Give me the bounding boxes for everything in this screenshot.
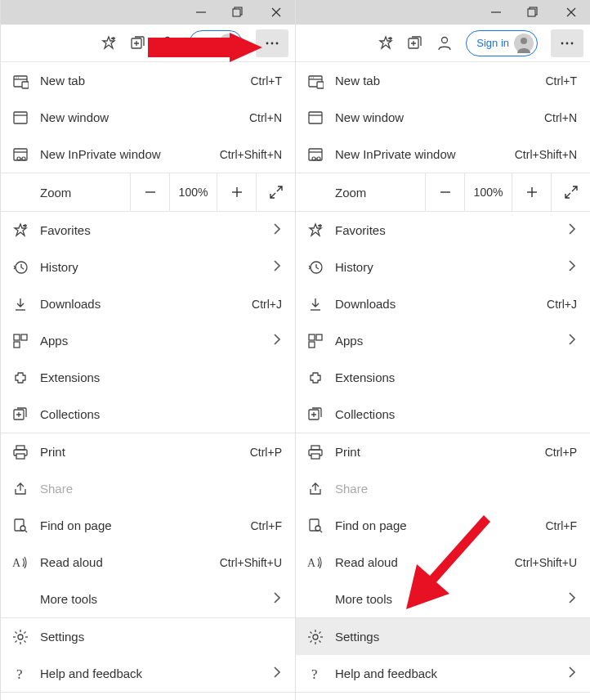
menu-more-tools[interactable]: More tools xyxy=(296,581,590,617)
close-window-button[interactable] xyxy=(552,0,590,25)
right-pane: Sign in New tab Ctrl+T New window Ctrl+N… xyxy=(295,0,590,700)
minimize-button[interactable] xyxy=(182,0,220,25)
menu-new-inprivate[interactable]: New InPrivate window Ctrl+Shift+N xyxy=(296,136,590,173)
menu-share: Share xyxy=(1,470,295,507)
extensions-icon xyxy=(307,370,324,386)
share-icon xyxy=(12,481,29,497)
menu-new-window[interactable]: New window Ctrl+N xyxy=(296,99,590,136)
menu-favorites[interactable]: Favorites xyxy=(1,212,295,249)
menu-find[interactable]: Find on page Ctrl+F xyxy=(1,507,295,544)
avatar xyxy=(219,34,239,53)
share-icon xyxy=(307,481,324,497)
signin-label: Sign in xyxy=(476,37,509,49)
chevron-right-icon xyxy=(564,590,577,608)
signin-button[interactable]: Sign in xyxy=(466,30,538,56)
menu-close-edge[interactable]: Close Microsoft Edge xyxy=(1,693,295,700)
menu-print[interactable]: Print Ctrl+P xyxy=(296,433,590,470)
print-icon xyxy=(12,444,29,460)
zoom-out-button[interactable] xyxy=(130,173,169,212)
extensions-icon xyxy=(12,370,29,386)
inprivate-icon xyxy=(307,146,324,163)
window-icon xyxy=(307,110,324,126)
menu-close-edge[interactable]: Close Microsoft Edge xyxy=(296,693,590,700)
menu-read-aloud[interactable]: Read aloud Ctrl+Shift+U xyxy=(1,544,295,581)
favorites-icon[interactable] xyxy=(101,35,117,52)
menu-collections[interactable]: Collections xyxy=(296,396,590,433)
zoom-label: Zoom xyxy=(296,186,425,200)
zoom-value: 100% xyxy=(464,173,512,212)
minimize-button[interactable] xyxy=(477,0,515,25)
menu-help[interactable]: Help and feedback xyxy=(1,655,295,692)
chevron-right-icon xyxy=(564,664,577,683)
fullscreen-button[interactable] xyxy=(256,173,295,212)
zoom-value: 100% xyxy=(169,173,217,212)
maximize-button[interactable] xyxy=(515,0,552,25)
toolbar: Sign in xyxy=(296,25,590,62)
find-icon xyxy=(307,518,324,534)
collections-icon[interactable] xyxy=(407,35,423,52)
collections-icon xyxy=(12,406,29,423)
menu-history[interactable]: History xyxy=(296,249,590,285)
collections-icon[interactable] xyxy=(130,35,146,52)
download-icon xyxy=(307,296,324,312)
window-icon xyxy=(12,110,29,126)
menu-favorites[interactable]: Favorites xyxy=(296,212,590,249)
menu-extensions[interactable]: Extensions xyxy=(1,359,295,396)
inprivate-icon xyxy=(12,146,29,163)
profile-icon[interactable] xyxy=(159,35,176,52)
more-button[interactable] xyxy=(256,29,288,57)
fullscreen-button[interactable] xyxy=(551,173,590,212)
menu-new-inprivate[interactable]: New InPrivate window Ctrl+Shift+N xyxy=(1,136,295,173)
zoom-row: Zoom 100% xyxy=(296,173,590,212)
signin-button[interactable] xyxy=(189,30,243,56)
find-icon xyxy=(12,518,29,534)
menu-help[interactable]: Help and feedback xyxy=(296,655,590,692)
new-tab-icon xyxy=(307,73,324,89)
zoom-in-button[interactable] xyxy=(512,173,551,212)
collections-icon xyxy=(307,406,324,423)
read-aloud-icon xyxy=(307,554,324,571)
chevron-right-icon xyxy=(269,590,282,608)
chevron-right-icon xyxy=(269,258,282,276)
gear-icon xyxy=(307,629,324,645)
zoom-out-button[interactable] xyxy=(425,173,464,212)
menu-collections[interactable]: Collections xyxy=(1,396,295,433)
menu-settings[interactable]: Settings xyxy=(296,618,590,655)
menu-new-window[interactable]: New window Ctrl+N xyxy=(1,99,295,136)
menu-print[interactable]: Print Ctrl+P xyxy=(1,433,295,470)
help-icon xyxy=(12,666,29,682)
menu-extensions[interactable]: Extensions xyxy=(296,359,590,396)
menu-read-aloud[interactable]: Read aloud Ctrl+Shift+U xyxy=(296,544,590,581)
favorites-icon[interactable] xyxy=(378,35,394,52)
menu-apps[interactable]: Apps xyxy=(1,322,295,359)
menu: New tab Ctrl+T New window Ctrl+N New InP… xyxy=(296,62,590,700)
chevron-right-icon xyxy=(269,664,282,683)
menu-new-tab[interactable]: New tab Ctrl+T xyxy=(1,62,295,99)
more-button[interactable] xyxy=(551,29,583,57)
gear-icon xyxy=(12,629,29,645)
toolbar xyxy=(1,25,295,62)
menu-settings[interactable]: Settings xyxy=(1,618,295,655)
title-bar xyxy=(1,0,295,25)
menu-downloads[interactable]: Downloads Ctrl+J xyxy=(1,285,295,322)
new-tab-icon xyxy=(12,73,29,89)
menu-downloads[interactable]: Downloads Ctrl+J xyxy=(296,285,590,322)
star-icon xyxy=(12,222,29,239)
menu-new-tab[interactable]: New tab Ctrl+T xyxy=(296,62,590,99)
menu: New tab Ctrl+T New window Ctrl+N New InP… xyxy=(1,62,295,700)
zoom-in-button[interactable] xyxy=(217,173,256,212)
menu-find[interactable]: Find on page Ctrl+F xyxy=(296,507,590,544)
menu-more-tools[interactable]: More tools xyxy=(1,581,295,617)
maximize-button[interactable] xyxy=(220,0,257,25)
close-window-button[interactable] xyxy=(257,0,295,25)
history-icon xyxy=(307,259,324,276)
menu-apps[interactable]: Apps xyxy=(296,322,590,359)
profile-icon[interactable] xyxy=(436,35,453,52)
chevron-right-icon xyxy=(269,331,282,350)
chevron-right-icon xyxy=(564,258,577,276)
zoom-row: Zoom 100% xyxy=(1,173,295,212)
chevron-right-icon xyxy=(564,331,577,350)
print-icon xyxy=(307,444,324,460)
menu-history[interactable]: History xyxy=(1,249,295,285)
apps-icon xyxy=(307,333,324,349)
